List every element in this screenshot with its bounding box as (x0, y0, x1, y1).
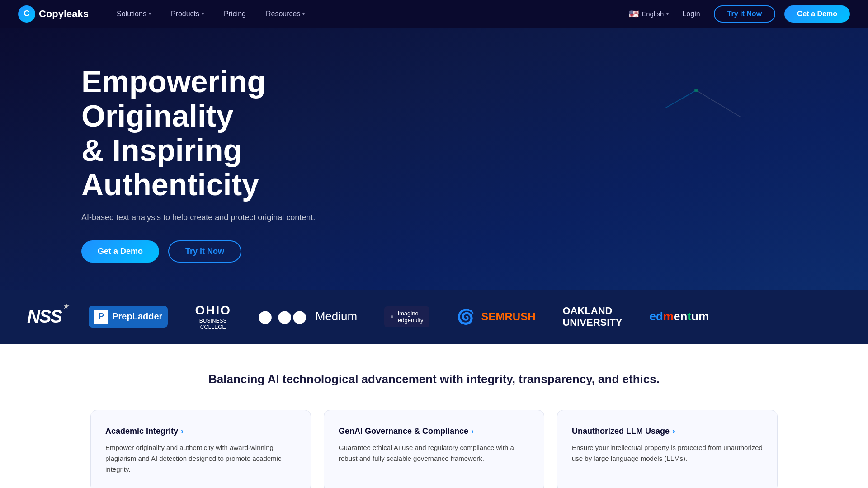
features-grid: Academic Integrity › Empower originality… (90, 410, 778, 488)
hero-try-button[interactable]: Try it Now (168, 240, 241, 263)
svg-line-0 (665, 90, 696, 108)
nav-resources[interactable]: Resources ▾ (256, 0, 315, 28)
login-button[interactable]: Login (678, 10, 704, 18)
feature-desc-genai-governance: Guarantee ethical AI use and regulatory … (339, 442, 529, 464)
try-it-now-button[interactable]: Try it Now (714, 5, 775, 23)
hero-section: Empowering Originality & Inspiring Authe… (0, 0, 868, 290)
logo-nss: NSS (27, 306, 61, 327)
hero-cta-buttons: Get a Demo Try it Now (81, 240, 326, 263)
logo-prepladder: P PrepLadder (89, 306, 168, 328)
main-nav: Solutions ▾ Products ▾ Pricing Resources… (107, 0, 629, 28)
get-a-demo-nav-button[interactable]: Get a Demo (784, 5, 850, 23)
logo-ohio: OHIO BUSINESSCOLLEGE (195, 303, 231, 330)
hero-subtitle: AI-based text analysis to help create an… (81, 213, 326, 222)
logo-imagine-edgenuity: ≡ imagine edgenuity (384, 306, 429, 327)
chevron-down-icon: ▾ (302, 11, 305, 16)
nav-solutions[interactable]: Solutions ▾ (107, 0, 161, 28)
arrow-icon: › (471, 427, 474, 436)
hero-title: Empowering Originality & Inspiring Authe… (81, 64, 326, 202)
feature-card-genai-governance: GenAI Governance & Compliance › Guarante… (324, 410, 544, 488)
features-section: Balancing AI technological advancement w… (0, 344, 868, 488)
language-selector[interactable]: 🇺🇸 English ▾ (629, 9, 669, 19)
features-headline: Balancing AI technological advancement w… (90, 371, 778, 387)
chevron-down-icon: ▾ (149, 11, 151, 16)
navbar: C Copyleaks Solutions ▾ Products ▾ Prici… (0, 0, 868, 28)
logo-icon: C (18, 5, 35, 23)
navbar-right: 🇺🇸 English ▾ Login Try it Now Get a Demo (629, 5, 850, 23)
feature-title-unauthorized-llm: Unauthorized LLM Usage › (572, 427, 763, 436)
feature-card-academic-integrity: Academic Integrity › Empower originality… (90, 410, 311, 488)
flag-icon: 🇺🇸 (629, 9, 639, 19)
logo-edmentum: edmentum (650, 310, 709, 324)
logo-medium: ⬤ ⬤⬤ Medium (258, 309, 357, 324)
chevron-down-icon: ▾ (666, 11, 669, 16)
hero-demo-button[interactable]: Get a Demo (81, 240, 159, 263)
logo[interactable]: C Copyleaks (18, 5, 89, 23)
logo-name: Copyleaks (39, 8, 89, 20)
chevron-down-icon: ▾ (202, 11, 204, 16)
feature-desc-unauthorized-llm: Ensure your intellectual property is pro… (572, 442, 763, 464)
feature-title-academic-integrity: Academic Integrity › (105, 427, 296, 436)
feature-title-genai-governance: GenAI Governance & Compliance › (339, 427, 529, 436)
nav-products[interactable]: Products ▾ (161, 0, 214, 28)
svg-point-2 (694, 89, 698, 92)
feature-card-unauthorized-llm: Unauthorized LLM Usage › Ensure your int… (557, 410, 778, 488)
logo-oakland-university: OAKLANDUNIVERSITY (562, 305, 622, 328)
hero-decoration (660, 81, 750, 137)
arrow-icon: › (672, 427, 675, 436)
feature-desc-academic-integrity: Empower originality and authenticity wit… (105, 442, 296, 475)
partner-logos-strip: NSS P PrepLadder OHIO BUSINESSCOLLEGE ⬤ … (0, 290, 868, 344)
hero-content: Empowering Originality & Inspiring Authe… (0, 28, 407, 290)
arrow-icon: › (181, 427, 184, 436)
nav-pricing[interactable]: Pricing (214, 0, 256, 28)
logo-semrush: 🌀 SEMRUSH (457, 308, 535, 325)
svg-line-1 (696, 90, 741, 117)
